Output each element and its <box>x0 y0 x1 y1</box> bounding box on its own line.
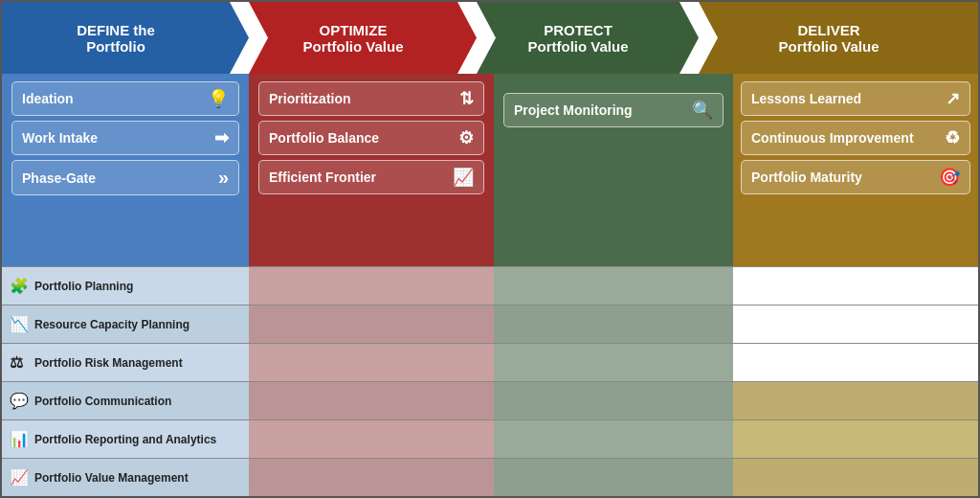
portfolio-planning-define[interactable]: 🧩 Portfolio Planning <box>2 267 249 305</box>
card-phase-gate-label: Phase-Gate <box>22 170 96 186</box>
portfolio-planning-label: Portfolio Planning <box>34 280 133 293</box>
header-protect-line1: PROTECT <box>527 22 628 38</box>
efficient-frontier-icon: 📈 <box>453 167 474 188</box>
risk-management-define[interactable]: ⚖ Portfolio Risk Management <box>2 344 249 381</box>
value-management-protect <box>494 459 733 496</box>
header-deliver[interactable]: DELIVER Portfolio Value <box>679 2 978 74</box>
header-optimize-line2: Portfolio Value <box>302 38 403 55</box>
card-lessons-learned-label: Lessons Learned <box>751 91 861 106</box>
resource-capacity-deliver <box>733 306 978 343</box>
communication-optimize <box>249 382 494 419</box>
row-reporting: 📊 Portfolio Reporting and Analytics <box>2 419 978 458</box>
card-ideation[interactable]: Ideation 💡 <box>11 81 239 116</box>
header-optimize[interactable]: OPTIMIZE Portfolio Value <box>230 2 477 74</box>
row-risk-management: ⚖ Portfolio Risk Management <box>2 343 978 381</box>
reporting-optimize <box>249 420 494 458</box>
card-portfolio-balance[interactable]: Portfolio Balance ⚙ <box>258 121 484 155</box>
portfolio-balance-icon: ⚙ <box>458 127 474 148</box>
reporting-protect <box>494 420 733 458</box>
value-management-icon: 📈 <box>10 468 29 487</box>
row-resource-capacity: 📉 Resource Capacity Planning <box>2 305 978 343</box>
card-prioritization[interactable]: Prioritization ⇅ <box>258 81 484 116</box>
card-efficient-frontier[interactable]: Efficient Frontier 📈 <box>258 160 484 194</box>
card-lessons-learned[interactable]: Lessons Learned ↗ <box>741 81 970 116</box>
optimize-cards-section: Prioritization ⇅ Portfolio Balance ⚙ Eff… <box>249 74 494 202</box>
resource-capacity-optimize <box>249 306 494 343</box>
portfolio-planning-protect <box>494 267 733 305</box>
card-portfolio-balance-label: Portfolio Balance <box>269 130 379 146</box>
header-deliver-line2: Portfolio Value <box>778 38 879 55</box>
header-deliver-line1: DELIVER <box>778 22 879 38</box>
value-management-define[interactable]: 📈 Portfolio Value Management <box>2 459 249 496</box>
reporting-deliver <box>733 420 978 458</box>
resource-capacity-label: Resource Capacity Planning <box>34 318 189 331</box>
value-management-optimize <box>249 459 494 496</box>
col-define: Ideation 💡 Work Intake ➡ Phase-Gate » <box>2 74 249 266</box>
card-project-monitoring[interactable]: Project Monitoring 🔍 <box>503 93 724 127</box>
risk-management-optimize <box>249 344 494 381</box>
header-define-line2: Portfolio <box>77 38 155 55</box>
header-protect-line2: Portfolio Value <box>527 38 628 55</box>
col-deliver: Lessons Learned ↗ Continuous Improvement… <box>733 74 978 266</box>
reporting-define[interactable]: 📊 Portfolio Reporting and Analytics <box>2 420 249 458</box>
risk-management-icon: ⚖ <box>10 353 29 372</box>
header-protect[interactable]: PROTECT Portfolio Value <box>457 2 699 74</box>
risk-management-deliver <box>733 344 978 381</box>
card-continuous-improvement-label: Continuous Improvement <box>751 130 914 146</box>
portfolio-maturity-icon: 🎯 <box>939 167 960 188</box>
card-project-monitoring-label: Project Monitoring <box>514 102 633 118</box>
header-define-line1: DEFINE the <box>77 22 155 38</box>
communication-protect <box>494 382 733 419</box>
main-container: DEFINE the Portfolio OPTIMIZE Portfolio … <box>0 0 980 498</box>
col-optimize: Prioritization ⇅ Portfolio Balance ⚙ Eff… <box>249 74 494 266</box>
value-management-label: Portfolio Value Management <box>34 471 189 485</box>
portfolio-planning-optimize <box>249 267 494 305</box>
prioritization-icon: ⇅ <box>459 88 474 109</box>
protect-cards-section: Project Monitoring 🔍 <box>494 74 733 147</box>
resource-capacity-define[interactable]: 📉 Resource Capacity Planning <box>2 306 249 343</box>
value-management-deliver <box>733 459 978 496</box>
ideation-icon: 💡 <box>208 88 229 109</box>
card-work-intake-label: Work Intake <box>22 130 98 146</box>
card-phase-gate[interactable]: Phase-Gate » <box>11 160 239 195</box>
header-optimize-line1: OPTIMIZE <box>302 22 403 38</box>
define-cards-section: Ideation 💡 Work Intake ➡ Phase-Gate » <box>2 74 249 203</box>
continuous-improvement-icon: ♻ <box>945 127 960 148</box>
card-efficient-frontier-label: Efficient Frontier <box>269 170 376 185</box>
card-work-intake[interactable]: Work Intake ➡ <box>11 121 239 155</box>
card-continuous-improvement[interactable]: Continuous Improvement ♻ <box>741 121 970 155</box>
card-portfolio-maturity[interactable]: Portfolio Maturity 🎯 <box>741 160 970 194</box>
row-communication: 💬 Portfolio Communication <box>2 381 978 419</box>
portfolio-planning-icon: 🧩 <box>10 277 29 295</box>
reporting-label: Portfolio Reporting and Analytics <box>34 433 216 446</box>
project-monitoring-icon: 🔍 <box>692 100 713 121</box>
header-row: DEFINE the Portfolio OPTIMIZE Portfolio … <box>2 2 978 74</box>
card-ideation-label: Ideation <box>22 91 74 106</box>
risk-management-label: Portfolio Risk Management <box>34 356 183 370</box>
lessons-learned-icon: ↗ <box>946 88 960 109</box>
card-prioritization-label: Prioritization <box>269 91 351 106</box>
row-portfolio-planning: 🧩 Portfolio Planning <box>2 266 978 305</box>
deliver-cards-section: Lessons Learned ↗ Continuous Improvement… <box>733 74 978 202</box>
card-portfolio-maturity-label: Portfolio Maturity <box>751 170 862 185</box>
communication-icon: 💬 <box>10 392 29 410</box>
communication-deliver <box>733 382 978 419</box>
resource-capacity-icon: 📉 <box>10 315 29 333</box>
risk-management-protect <box>494 344 733 381</box>
communication-label: Portfolio Communication <box>34 395 171 408</box>
portfolio-planning-deliver <box>733 267 978 305</box>
communication-define[interactable]: 💬 Portfolio Communication <box>2 382 249 419</box>
work-intake-icon: ➡ <box>214 127 229 148</box>
row-value-management: 📈 Portfolio Value Management <box>2 458 978 496</box>
content-row: Ideation 💡 Work Intake ➡ Phase-Gate » Pr… <box>2 74 978 266</box>
col-protect: Project Monitoring 🔍 <box>494 74 733 266</box>
header-define[interactable]: DEFINE the Portfolio <box>2 2 249 74</box>
phase-gate-icon: » <box>218 167 229 189</box>
reporting-icon: 📊 <box>10 430 29 448</box>
bottom-rows-container: 🧩 Portfolio Planning 📉 Resource Capacity… <box>2 266 978 496</box>
resource-capacity-protect <box>494 306 733 343</box>
